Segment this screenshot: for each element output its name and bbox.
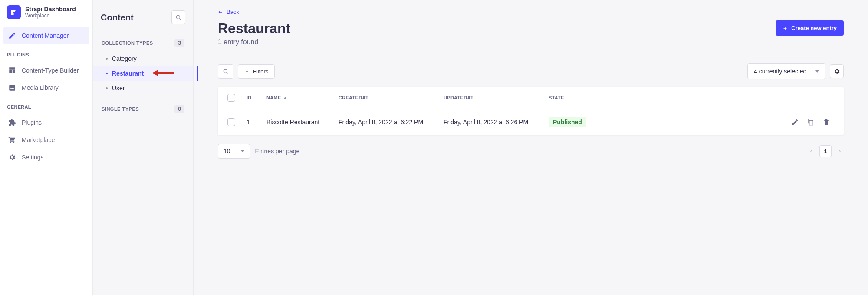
cell-updatedat: Friday, April 8, 2022 at 6:26 PM (444, 119, 549, 126)
nav-content-manager-label: Content Manager (22, 32, 69, 39)
row-checkbox[interactable] (227, 118, 235, 126)
page-size-value: 10 (224, 148, 230, 155)
nav-marketplace[interactable]: Marketplace (3, 131, 89, 149)
svg-point-2 (176, 15, 180, 19)
entries-per-page-label: Entries per page (255, 148, 300, 155)
chevron-down-icon (815, 70, 819, 73)
filters-button[interactable]: Filters (238, 64, 275, 79)
nav-settings[interactable]: Settings (3, 149, 89, 166)
puzzle-icon (8, 118, 16, 127)
nav-heading-plugins: PLUGINS (0, 45, 92, 61)
copy-icon[interactable] (807, 119, 814, 126)
prev-page-button[interactable] (807, 146, 815, 156)
create-entry-label: Create new entry (791, 25, 837, 31)
content-subnav: Content COLLECTION TYPES 3 Category Rest… (93, 0, 194, 295)
single-types-label: SINGLE TYPES (102, 106, 139, 112)
next-page-button[interactable] (836, 146, 844, 156)
arrow-left-icon (218, 10, 223, 15)
svg-rect-1 (13, 13, 14, 15)
col-updatedat[interactable]: UPDATEDAT (444, 95, 549, 100)
brand-subtitle: Workplace (25, 13, 76, 19)
subnav-item-restaurant[interactable]: Restaurant (93, 66, 193, 81)
create-entry-button[interactable]: Create new entry (776, 20, 844, 36)
subnav-item-label: User (112, 85, 125, 92)
chevron-left-icon (809, 148, 813, 154)
cell-id: 1 (247, 119, 266, 126)
gear-icon (8, 153, 16, 162)
nav-plugins[interactable]: Plugins (3, 114, 89, 131)
nav-media-label: Media Library (22, 84, 59, 91)
gear-icon (833, 68, 840, 75)
single-types-count: 0 (174, 105, 184, 113)
page-subtitle: 1 entry found (218, 38, 290, 46)
chevron-down-icon (241, 150, 244, 152)
back-link-label: Back (227, 9, 239, 15)
nav-content-type-builder[interactable]: Content-Type Builder (3, 62, 89, 79)
svg-rect-0 (15, 10, 16, 11)
main-nav: Strapi Dashboard Workplace Content Manag… (0, 0, 93, 295)
cell-createdat: Friday, April 8, 2022 at 6:22 PM (339, 119, 444, 126)
brand-title: Strapi Dashboard (25, 6, 76, 13)
nav-plugins-label: Plugins (22, 119, 42, 126)
filter-icon (244, 69, 250, 74)
filters-label: Filters (253, 68, 268, 75)
table-search-button[interactable] (218, 64, 233, 79)
bullet-icon (106, 87, 108, 89)
nav-content-manager[interactable]: Content Manager (3, 27, 89, 44)
cart-icon (8, 136, 16, 144)
subnav-item-label: Restaurant (112, 70, 144, 77)
col-id[interactable]: ID (247, 95, 266, 100)
plus-icon (783, 26, 788, 31)
cell-name: Biscotte Restaurant (266, 119, 339, 126)
data-table: ID NAME CREATEDAT UPDATEDAT STATE 1 Bisc… (218, 87, 844, 135)
col-name[interactable]: NAME (266, 95, 339, 100)
table-header-row: ID NAME CREATEDAT UPDATEDAT STATE (227, 87, 834, 109)
page-size-select[interactable]: 10 (218, 144, 250, 159)
nav-marketplace-label: Marketplace (22, 136, 55, 143)
strapi-logo-icon (7, 5, 21, 19)
subnav-title: Content (101, 13, 134, 23)
collection-types-count: 3 (174, 39, 184, 47)
pencil-square-icon (8, 31, 16, 40)
edit-icon[interactable] (792, 119, 799, 126)
nav-heading-general: GENERAL (0, 97, 92, 113)
image-icon (8, 83, 16, 92)
col-state[interactable]: STATE (549, 95, 609, 100)
trash-icon[interactable] (823, 119, 830, 126)
sort-asc-icon (284, 97, 286, 99)
subnav-search-button[interactable] (171, 10, 185, 24)
col-createdat[interactable]: CREATEDAT (339, 95, 444, 100)
nav-ctb-label: Content-Type Builder (22, 67, 79, 74)
search-icon (223, 68, 229, 74)
select-all-checkbox[interactable] (227, 94, 235, 102)
pagination: 1 (807, 145, 844, 157)
brand[interactable]: Strapi Dashboard Workplace (0, 0, 92, 26)
nav-settings-label: Settings (22, 154, 44, 161)
nav-media-library[interactable]: Media Library (3, 79, 89, 96)
bullet-icon (106, 73, 108, 74)
search-icon (175, 14, 181, 20)
subnav-item-user[interactable]: User (98, 81, 188, 96)
back-link[interactable]: Back (218, 9, 239, 15)
columns-select-label: 4 currently selected (754, 68, 806, 75)
svg-point-5 (224, 69, 227, 73)
current-page[interactable]: 1 (819, 145, 832, 157)
subnav-item-label: Category (112, 55, 137, 62)
table-row[interactable]: 1 Biscotte Restaurant Friday, April 8, 2… (227, 109, 834, 135)
collection-types-label: COLLECTION TYPES (102, 40, 153, 46)
subnav-item-category[interactable]: Category (98, 51, 188, 66)
bullet-icon (106, 58, 108, 60)
main-content: Back Restaurant 1 entry found Create new… (194, 0, 868, 295)
settings-button[interactable] (830, 64, 844, 78)
columns-select[interactable]: 4 currently selected (747, 63, 825, 79)
page-title: Restaurant (218, 20, 290, 36)
layout-icon (8, 66, 16, 75)
chevron-right-icon (838, 148, 842, 154)
state-badge: Published (549, 117, 586, 127)
